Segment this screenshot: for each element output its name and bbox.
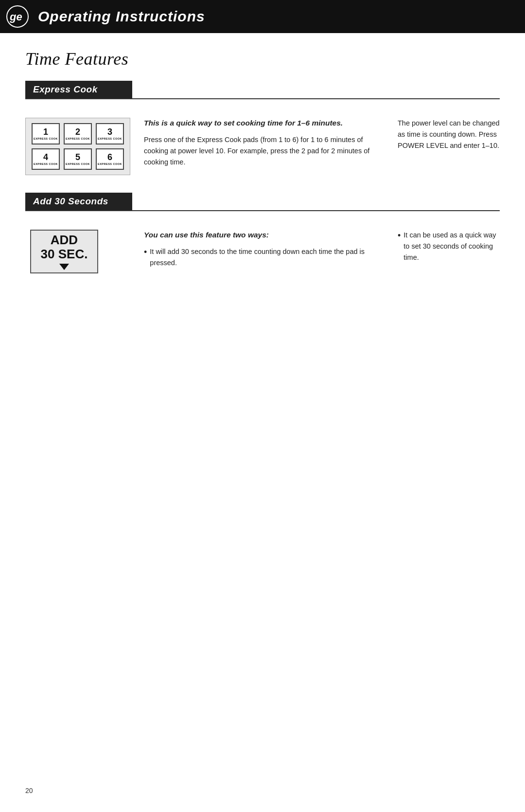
page-header: ge Operating Instructions — [0, 0, 525, 33]
keypad-row-2: 4 EXPRESS COOK 5 EXPRESS COOK 6 EXPRESS … — [32, 148, 124, 170]
add-30-bullet-1-text: It will add 30 seconds to the time count… — [150, 246, 384, 269]
bullet-dot-icon: • — [144, 245, 147, 259]
add-30-rule — [25, 210, 500, 211]
add-30-button[interactable]: ADD 30 SEC. — [30, 230, 98, 273]
add-30-title: Add 30 Seconds — [33, 196, 108, 206]
keypad-key-2[interactable]: 2 EXPRESS COOK — [64, 123, 92, 144]
keypad-key-4-label: EXPRESS COOK — [34, 162, 58, 165]
add-30-bullet-1: • It will add 30 seconds to the time cou… — [144, 246, 384, 269]
keypad-key-3-num: 3 — [107, 127, 112, 136]
add-30-body: ADD 30 SEC. You can use this feature two… — [25, 221, 500, 275]
express-cook-header-bar: Express Cook — [25, 81, 132, 98]
keypad-key-1[interactable]: 1 EXPRESS COOK — [32, 123, 60, 144]
keypad-key-1-label: EXPRESS COOK — [34, 137, 58, 140]
express-cook-right-text: The power level can be changed as time i… — [398, 118, 500, 152]
express-cook-body-text: Press one of the Express Cook pads (from… — [144, 134, 384, 168]
keypad-key-4-num: 4 — [43, 153, 48, 162]
keypad-key-3-label: EXPRESS COOK — [98, 137, 122, 140]
keypad-key-6[interactable]: 6 EXPRESS COOK — [96, 148, 124, 170]
add-30-right-text: • It can be used as a quick way to set 3… — [398, 230, 500, 271]
keypad-key-2-num: 2 — [75, 127, 80, 136]
keypad-key-5-label: EXPRESS COOK — [66, 162, 90, 165]
keypad-key-6-num: 6 — [107, 153, 112, 162]
svg-text:ge: ge — [9, 11, 22, 23]
express-cook-right-body: The power level can be changed as time i… — [398, 118, 500, 152]
express-cook-title: Express Cook — [33, 84, 98, 94]
main-content: Time Features Express Cook 1 EXPRESS COO… — [0, 33, 525, 318]
keypad-key-1-num: 1 — [43, 127, 48, 136]
add-30-bullet-2: • It can be used as a quick way to set 3… — [398, 230, 500, 264]
keypad-key-4[interactable]: 4 EXPRESS COOK — [32, 148, 60, 170]
keypad-key-2-label: EXPRESS COOK — [66, 137, 90, 140]
keypad-row-1: 1 EXPRESS COOK 2 EXPRESS COOK 3 EXPRESS … — [32, 123, 124, 144]
add-30-illustration: ADD 30 SEC. — [25, 230, 132, 273]
keypad-illustration: 1 EXPRESS COOK 2 EXPRESS COOK 3 EXPRESS … — [25, 118, 132, 175]
keypad-key-3[interactable]: 3 EXPRESS COOK — [96, 123, 124, 144]
add-30-triangle-icon — [59, 264, 69, 270]
keypad-key-5-num: 5 — [75, 153, 80, 162]
page-number: 20 — [25, 787, 33, 794]
header-title: Operating Instructions — [38, 8, 205, 25]
express-cook-section: Express Cook 1 EXPRESS COOK 2 EXPRESS CO… — [25, 81, 500, 175]
express-cook-rule — [25, 98, 500, 99]
express-cook-body: 1 EXPRESS COOK 2 EXPRESS COOK 3 EXPRESS … — [25, 109, 500, 175]
bullet-dot-2-icon: • — [398, 229, 401, 243]
add-30-middle-text: You can use this feature two ways: • It … — [144, 230, 384, 275]
ge-logo: ge — [5, 4, 30, 29]
express-cook-intro: This is a quick way to set cooking time … — [144, 118, 384, 128]
add-30-seconds-section: Add 30 Seconds ADD 30 SEC. You can use t… — [25, 193, 500, 275]
page-heading: Time Features — [25, 49, 500, 69]
add-30-bullet-2-text: It can be used as a quick way to set 30 … — [403, 230, 500, 264]
express-cook-keypad: 1 EXPRESS COOK 2 EXPRESS COOK 3 EXPRESS … — [25, 118, 130, 175]
add-30-intro: You can use this feature two ways: — [144, 230, 384, 240]
keypad-key-6-label: EXPRESS COOK — [98, 162, 122, 165]
add-30-header-bar: Add 30 Seconds — [25, 193, 132, 210]
add-30-button-text: ADD 30 SEC. — [41, 233, 88, 261]
keypad-key-5[interactable]: 5 EXPRESS COOK — [64, 148, 92, 170]
express-cook-middle-text: This is a quick way to set cooking time … — [144, 118, 384, 168]
